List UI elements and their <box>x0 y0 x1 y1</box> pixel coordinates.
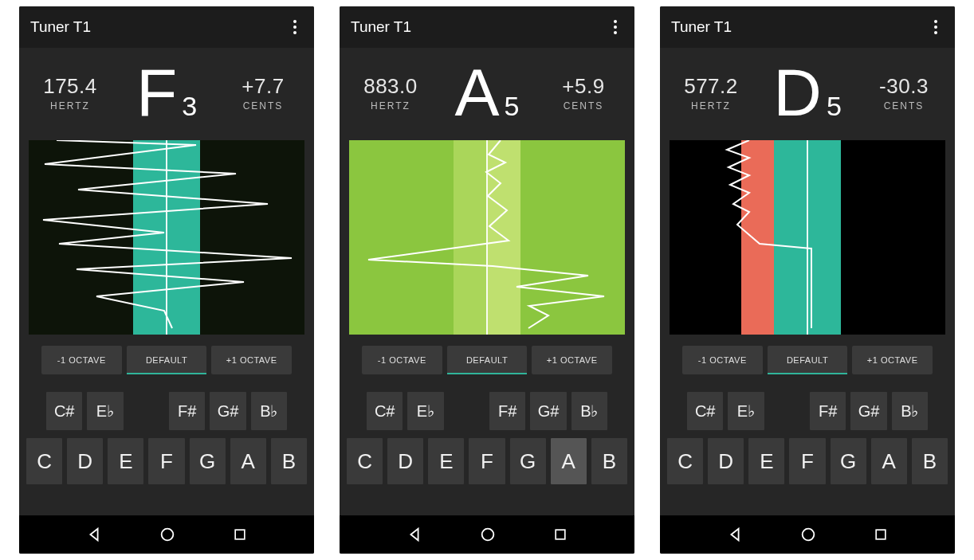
hertz-label: HERTZ <box>679 100 743 112</box>
nav-recent-icon[interactable] <box>873 527 889 542</box>
note-display: F 3 <box>110 59 223 126</box>
note-key-Gsharp[interactable]: G# <box>530 392 566 430</box>
note-key-G[interactable]: G <box>510 438 546 484</box>
note-key-E[interactable]: E <box>748 438 784 484</box>
hertz-value: 175.4 <box>38 74 102 99</box>
octave-button-row: -1 OCTAVEDEFAULT+1 OCTAVE <box>660 335 955 382</box>
octave-down-button[interactable]: -1 OCTAVE <box>41 346 122 374</box>
cents-block: -30.3 CENTS <box>872 74 936 112</box>
app-title: Tuner T1 <box>671 18 732 36</box>
pitch-graph <box>670 140 945 335</box>
black-key-row: C#E♭F#G#B♭ <box>344 392 630 435</box>
note-key-Bb[interactable]: B♭ <box>571 392 607 430</box>
more-menu-icon[interactable] <box>928 18 944 37</box>
note-letter: F <box>136 59 177 126</box>
octave-down-button[interactable]: -1 OCTAVE <box>362 346 442 374</box>
android-nav-bar <box>340 515 634 554</box>
cents-value: +7.7 <box>231 74 295 99</box>
note-key-Csharp[interactable]: C# <box>46 392 82 430</box>
note-key-Bb[interactable]: B♭ <box>251 392 287 430</box>
note-key-G[interactable]: G <box>831 438 866 484</box>
note-key-Csharp[interactable]: C# <box>687 392 723 430</box>
octave-up-button[interactable]: +1 OCTAVE <box>532 346 612 374</box>
octave-default-button[interactable]: DEFAULT <box>768 346 848 374</box>
note-key-Eb[interactable]: E♭ <box>728 392 764 430</box>
note-key-E[interactable]: E <box>108 438 143 484</box>
more-menu-icon[interactable] <box>287 18 303 37</box>
white-key-row: CDEFGAB <box>24 438 309 484</box>
octave-default-button[interactable]: DEFAULT <box>447 346 528 374</box>
nav-back-icon[interactable] <box>726 526 744 543</box>
note-key-B[interactable]: B <box>912 438 948 484</box>
note-key-Csharp[interactable]: C# <box>367 392 403 430</box>
note-key-Fsharp[interactable]: F# <box>169 392 205 430</box>
note-key-A[interactable]: A <box>551 438 587 484</box>
note-key-C[interactable]: C <box>347 438 383 484</box>
note-key-Fsharp[interactable]: F# <box>810 392 846 430</box>
black-key-row: C#E♭F#G#B♭ <box>24 392 309 435</box>
note-key-Gsharp[interactable]: G# <box>210 392 245 430</box>
note-letter: A <box>455 59 500 126</box>
hertz-block: 175.4 HERTZ <box>38 74 102 112</box>
note-key-D[interactable]: D <box>67 438 103 484</box>
android-nav-bar <box>19 515 314 554</box>
note-key-A[interactable]: A <box>871 438 907 484</box>
note-key-F[interactable]: F <box>148 438 184 484</box>
note-key-G[interactable]: G <box>190 438 226 484</box>
android-nav-bar <box>660 515 955 554</box>
note-key-C[interactable]: C <box>667 438 703 484</box>
octave-up-button[interactable]: +1 OCTAVE <box>852 346 933 374</box>
note-key-D[interactable]: D <box>708 438 744 484</box>
note-display: D 5 <box>751 59 864 126</box>
svg-point-2 <box>482 529 494 541</box>
svg-point-4 <box>803 529 815 541</box>
note-key-A[interactable]: A <box>230 438 266 484</box>
phone-screenshot: Tuner T1 883.0 HERTZ A 5 +5.9 CENTS -1 O… <box>340 6 634 554</box>
cents-block: +5.9 CENTS <box>552 74 615 112</box>
note-key-F[interactable]: F <box>789 438 825 484</box>
note-octave: 5 <box>827 91 842 122</box>
note-key-F[interactable]: F <box>469 438 505 484</box>
note-key-Bb[interactable]: B♭ <box>892 392 928 430</box>
hertz-label: HERTZ <box>359 100 422 112</box>
note-keyboard: C#E♭F#G#B♭CDEFGAB <box>660 382 955 494</box>
svg-point-0 <box>162 529 174 541</box>
nav-recent-icon[interactable] <box>552 527 568 542</box>
nav-home-icon[interactable] <box>799 526 817 543</box>
cents-label: CENTS <box>231 100 295 112</box>
octave-default-button[interactable]: DEFAULT <box>127 346 207 374</box>
note-key-B[interactable]: B <box>271 438 307 484</box>
cents-label: CENTS <box>552 100 615 112</box>
title-bar: Tuner T1 <box>660 6 955 48</box>
octave-button-row: -1 OCTAVEDEFAULT+1 OCTAVE <box>340 335 634 382</box>
svg-rect-1 <box>235 530 245 539</box>
nav-back-icon[interactable] <box>406 526 423 543</box>
readout-row: 883.0 HERTZ A 5 +5.9 CENTS <box>340 48 634 140</box>
note-key-Gsharp[interactable]: G# <box>850 392 886 430</box>
note-key-B[interactable]: B <box>591 438 627 484</box>
pitch-graph <box>349 140 625 335</box>
phone-screenshot: Tuner T1 175.4 HERTZ F 3 +7.7 CENTS -1 O… <box>19 6 314 554</box>
nav-back-icon[interactable] <box>85 526 103 543</box>
note-key-C[interactable]: C <box>26 438 62 484</box>
nav-home-icon[interactable] <box>479 526 497 543</box>
octave-up-button[interactable]: +1 OCTAVE <box>211 346 292 374</box>
more-menu-icon[interactable] <box>607 18 623 37</box>
hertz-value: 883.0 <box>359 74 422 99</box>
note-key-D[interactable]: D <box>387 438 423 484</box>
note-key-Eb[interactable]: E♭ <box>87 392 123 430</box>
nav-recent-icon[interactable] <box>232 527 248 542</box>
octave-down-button[interactable]: -1 OCTAVE <box>682 346 763 374</box>
note-key-Fsharp[interactable]: F# <box>489 392 525 430</box>
cents-value: -30.3 <box>872 74 936 99</box>
note-key-Eb[interactable]: E♭ <box>407 392 443 430</box>
phone-screenshot: Tuner T1 577.2 HERTZ D 5 -30.3 CENTS -1 … <box>660 6 955 554</box>
nav-home-icon[interactable] <box>159 526 176 543</box>
note-display: A 5 <box>430 59 544 126</box>
readout-row: 175.4 HERTZ F 3 +7.7 CENTS <box>19 48 314 140</box>
note-key-E[interactable]: E <box>428 438 464 484</box>
app-title: Tuner T1 <box>30 18 91 36</box>
readout-row: 577.2 HERTZ D 5 -30.3 CENTS <box>660 48 955 140</box>
pitch-graph <box>29 140 304 335</box>
white-key-row: CDEFGAB <box>344 438 630 484</box>
